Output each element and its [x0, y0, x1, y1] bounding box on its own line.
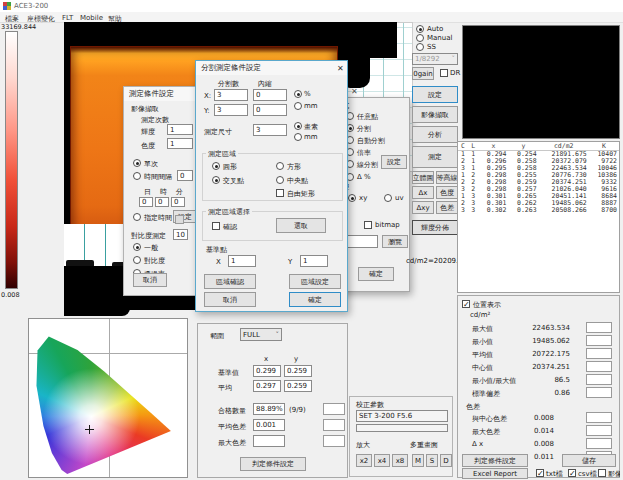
stat-center-judge-box	[586, 361, 612, 372]
capture-group-label: 影像擷取	[131, 104, 159, 114]
avg-y-field[interactable]: 0.259	[284, 380, 312, 392]
centerpoint-radio[interactable]	[276, 176, 284, 184]
judge-condition-button[interactable]: 判定條件設定	[240, 457, 306, 471]
gain-button[interactable]: 0gain	[412, 67, 434, 80]
contour-button[interactable]: 等高線	[436, 171, 458, 184]
zoom-x4-button[interactable]: x4	[374, 454, 390, 467]
measure-button[interactable]: 測定	[412, 146, 458, 168]
single-radio[interactable]	[133, 159, 141, 167]
stat-avg-label: 平均值	[472, 350, 493, 360]
size-mm-radio[interactable]	[294, 133, 302, 141]
day-field[interactable]: 0	[139, 197, 153, 207]
csv-checkbox[interactable]	[568, 469, 576, 477]
split-close-icon[interactable]: ✕	[337, 64, 344, 73]
table-row: 110.2940.25421891.67510407	[458, 151, 619, 159]
split-ok-button[interactable]: 確定	[289, 292, 341, 307]
measurement-table-panel[interactable]: C L x y cd/m2 K 110.2940.25421891.675104…	[457, 141, 620, 293]
interval-field[interactable]: 0	[177, 170, 193, 181]
shutter-dropdown[interactable]: 1/8292 ˅	[412, 53, 458, 65]
chroma-button[interactable]: 色度	[436, 186, 458, 199]
pick-button[interactable]: 選取	[276, 218, 326, 233]
minute-field[interactable]: 0	[171, 197, 185, 207]
multi-s-button[interactable]: S	[426, 454, 438, 467]
inset-mm-radio[interactable]	[294, 102, 302, 110]
cdiff-dx-value: 0.008	[518, 440, 554, 448]
inset-pct-radio[interactable]	[294, 90, 302, 98]
luminance-dist-button[interactable]: 輝度分佈	[412, 220, 458, 235]
x-inset-field[interactable]: 0	[253, 89, 287, 101]
method-magnify-label: 倍率	[357, 148, 371, 158]
manual-radio[interactable]	[416, 34, 424, 42]
cross-radio[interactable]	[212, 176, 220, 184]
y-inset-field[interactable]: 0	[253, 104, 287, 116]
inset-mm-label: mm	[304, 102, 318, 110]
area-confirm-button[interactable]: 區域確認	[204, 274, 256, 289]
multi-m-button[interactable]: M	[412, 454, 424, 467]
analyze-button[interactable]: 分析	[412, 126, 458, 143]
freerect-checkbox[interactable]	[276, 189, 284, 197]
spin-button[interactable]	[175, 215, 184, 224]
coord-xy-radio[interactable]	[348, 194, 356, 202]
contrast-radio[interactable]	[133, 256, 141, 264]
image-blob-bottom	[64, 266, 130, 316]
size-pixel-radio[interactable]	[294, 122, 302, 130]
bitmap-checkbox[interactable]	[364, 221, 372, 229]
avg-x-field[interactable]: 0.297	[253, 380, 281, 392]
settings-button[interactable]: 設定	[412, 86, 458, 103]
square-radio[interactable]	[276, 162, 284, 170]
menu-mobile[interactable]: Mobile	[80, 14, 103, 22]
result-image[interactable]	[462, 25, 620, 139]
grid-window-close-icon[interactable]: ✕	[351, 87, 358, 96]
save-button[interactable]: 儲存	[562, 454, 616, 467]
avg-label: 平均	[218, 383, 232, 393]
coord-uv-radio[interactable]	[384, 194, 392, 202]
excel-report-button[interactable]: Excel Report	[462, 468, 528, 479]
avg-cdiff-field: 0.001	[253, 419, 285, 431]
capture-button[interactable]: 影像擷取	[412, 106, 458, 123]
stereo-button[interactable]: 立體圖	[412, 171, 434, 184]
delta-xy-button[interactable]: Δxy	[412, 201, 434, 214]
inset-pct-label: %	[304, 90, 311, 98]
split-cancel-button[interactable]: 取消	[204, 292, 256, 307]
color-diff-button[interactable]: 色差	[436, 201, 458, 214]
x-div-field[interactable]: 3	[214, 89, 248, 101]
cdiff-center-value: 0.008	[518, 414, 554, 422]
general-radio[interactable]	[133, 243, 141, 251]
ss-radio[interactable]	[416, 43, 424, 51]
cdiff-dx-label: Δ x	[472, 440, 483, 448]
size-field[interactable]: 3	[253, 124, 287, 136]
base-x-field[interactable]: 1	[228, 255, 256, 267]
confirm-checkbox[interactable]	[212, 222, 220, 230]
multi-d-button[interactable]: D	[440, 454, 452, 467]
browse-button[interactable]: 瀏覽	[382, 235, 408, 248]
delta-x-button[interactable]: Δx	[412, 186, 434, 199]
method-ok-button[interactable]: 確定	[358, 267, 394, 281]
y-div-field[interactable]: 3	[214, 104, 248, 116]
interval2-field[interactable]: 10	[173, 229, 188, 240]
zoom-x2-button[interactable]: x2	[356, 454, 372, 467]
method-set-button[interactable]: 設定	[381, 155, 407, 169]
cie-panel[interactable]	[28, 318, 188, 478]
menu-flt[interactable]: FLT	[62, 14, 73, 22]
circle-radio[interactable]	[212, 162, 220, 170]
stats-judge-button[interactable]: 判定條件設定	[462, 454, 528, 467]
position-display-checkbox[interactable]	[462, 300, 470, 308]
area-set-button[interactable]: 區域設定	[289, 274, 341, 289]
max-cdiff-field	[253, 435, 285, 447]
ref-y-field[interactable]: 0.259	[284, 365, 312, 377]
image-file-checkbox[interactable]	[598, 469, 606, 477]
scheduled-radio[interactable]	[133, 213, 141, 221]
interval-radio[interactable]	[133, 172, 141, 180]
zoom-x8-button[interactable]: x8	[392, 454, 408, 467]
stat-avg-judge-box	[586, 348, 612, 359]
hour-field[interactable]: 0	[155, 197, 169, 207]
dr-checkbox[interactable]	[440, 69, 448, 77]
measure-cancel-button[interactable]: 取消	[133, 273, 167, 287]
base-y-field[interactable]: 1	[300, 255, 328, 267]
ref-x-field[interactable]: 0.299	[253, 365, 281, 377]
auto-radio[interactable]	[416, 25, 424, 33]
chroma-count-field[interactable]: 1	[167, 138, 193, 149]
txt-checkbox[interactable]	[536, 469, 544, 477]
range-dropdown[interactable]: FULL ˅	[240, 328, 282, 341]
lum-count-field[interactable]: 1	[167, 124, 193, 135]
